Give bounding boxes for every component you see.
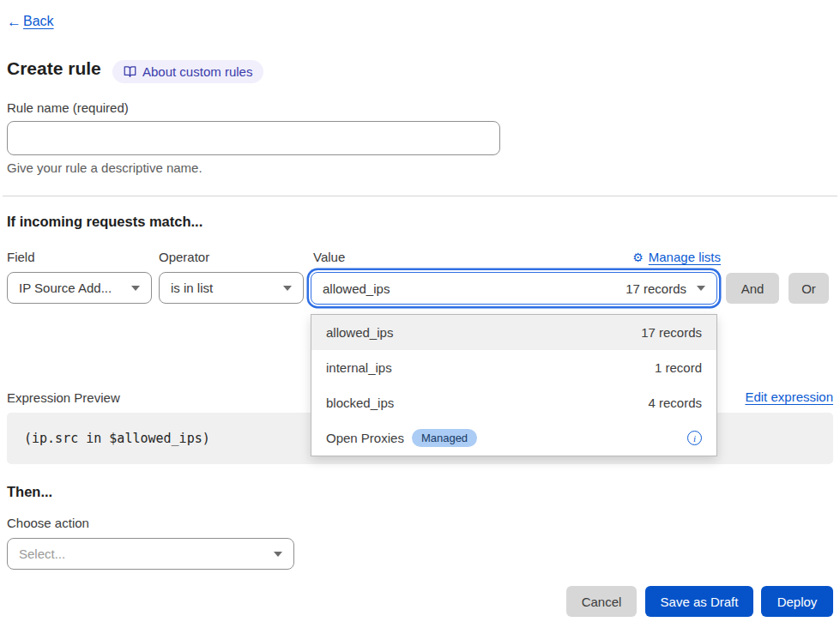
list-item-blocked-ips[interactable]: blocked_ips 4 records [311,385,716,420]
action-select-placeholder: Select... [19,546,65,561]
about-badge-label: About custom rules [142,64,252,79]
rule-name-helper: Give your rule a descriptive name. [7,160,202,175]
expression-preview-label: Expression Preview [7,390,120,405]
info-icon[interactable]: i [687,431,702,445]
gear-icon: ⚙ [632,251,644,263]
list-item-name: blocked_ips [326,395,394,410]
field-select-value: IP Source Add... [19,281,112,295]
list-item-name: internal_ips [326,360,392,375]
rule-name-input[interactable] [7,121,500,155]
operator-select[interactable]: is in list [159,272,304,304]
list-item-count: 1 record [655,360,702,375]
manage-lists-label: Manage lists [649,250,721,264]
create-rule-page: ←Back Create rule About custom rules Rul… [0,0,840,634]
page-title: Create rule [7,58,101,79]
operator-label: Operator [159,250,209,264]
or-button[interactable]: Or [789,273,829,304]
edit-expression-link[interactable]: Edit expression [745,389,833,404]
list-item-internal-ips[interactable]: internal_ips 1 record [311,350,716,385]
list-item-open-proxies[interactable]: Open Proxies Managed i [311,420,716,456]
field-label: Field [7,250,35,264]
deploy-button[interactable]: Deploy [761,586,833,617]
value-select-value: allowed_ips [323,281,390,296]
chevron-down-icon [274,552,282,557]
back-arrow-icon: ← [7,15,21,29]
and-button[interactable]: And [726,273,779,304]
list-item-count: 4 records [648,395,702,410]
chevron-down-icon [131,286,140,291]
action-select[interactable]: Select... [7,538,294,570]
back-link[interactable]: ←Back [7,14,54,29]
value-label: Value [313,250,345,264]
field-select[interactable]: IP Source Add... [7,272,152,304]
save-as-draft-button[interactable]: Save as Draft [645,586,753,617]
value-select[interactable]: allowed_ips 17 records [311,272,717,305]
list-item-name: Open Proxies [326,431,404,445]
back-label: Back [23,14,54,29]
book-icon [124,65,136,78]
expression-code: (ip.src in $allowed_ips) [24,431,210,446]
chevron-down-icon [283,286,292,291]
rule-name-label: Rule name (required) [7,100,129,115]
managed-badge: Managed [412,429,477,447]
cancel-button[interactable]: Cancel [566,586,637,617]
section-divider [3,196,837,196]
about-custom-rules-badge[interactable]: About custom rules [112,60,263,83]
list-dropdown-panel: allowed_ips 17 records internal_ips 1 re… [311,314,717,456]
chevron-down-icon [697,286,705,291]
list-item-name: allowed_ips [326,325,393,340]
then-heading: Then... [7,484,52,500]
list-item-count: 17 records [641,325,702,340]
value-select-count: 17 records [625,281,686,296]
list-item-allowed-ips[interactable]: allowed_ips 17 records [311,315,716,350]
manage-lists-link[interactable]: ⚙ Manage lists [632,250,721,264]
edit-expression-label: Edit expression [745,389,833,404]
choose-action-label: Choose action [7,516,89,530]
match-heading: If incoming requests match... [7,214,202,230]
operator-select-value: is in list [171,281,213,295]
